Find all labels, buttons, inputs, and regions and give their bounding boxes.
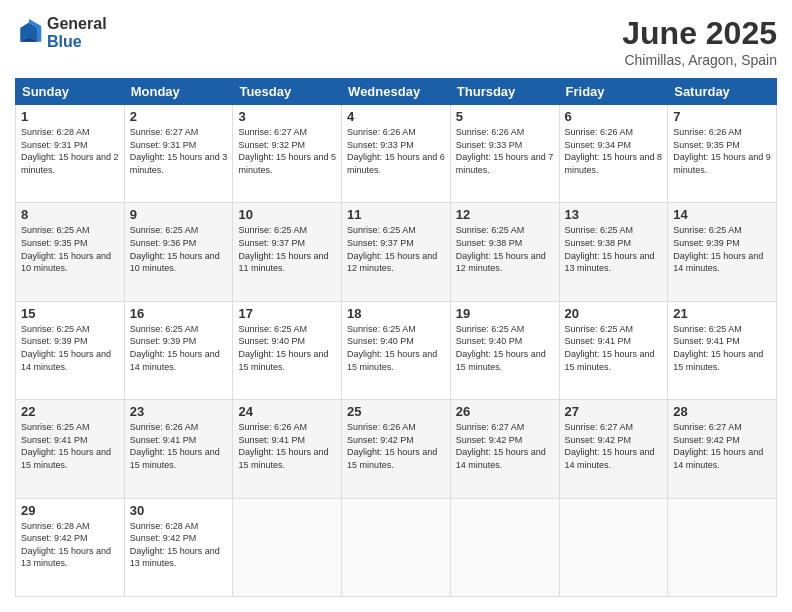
table-row: 2 Sunrise: 6:27 AM Sunset: 9:31 PM Dayli… bbox=[124, 105, 233, 203]
cell-info: Sunrise: 6:25 AM Sunset: 9:39 PM Dayligh… bbox=[673, 224, 771, 274]
cell-info: Sunrise: 6:27 AM Sunset: 9:32 PM Dayligh… bbox=[238, 126, 336, 176]
table-row: 29 Sunrise: 6:28 AM Sunset: 9:42 PM Dayl… bbox=[16, 498, 125, 596]
cell-info: Sunrise: 6:26 AM Sunset: 9:34 PM Dayligh… bbox=[565, 126, 663, 176]
cell-info: Sunrise: 6:25 AM Sunset: 9:37 PM Dayligh… bbox=[347, 224, 445, 274]
table-row: 15 Sunrise: 6:25 AM Sunset: 9:39 PM Dayl… bbox=[16, 301, 125, 399]
cell-info: Sunrise: 6:26 AM Sunset: 9:33 PM Dayligh… bbox=[347, 126, 445, 176]
table-row: 10 Sunrise: 6:25 AM Sunset: 9:37 PM Dayl… bbox=[233, 203, 342, 301]
cell-info: Sunrise: 6:27 AM Sunset: 9:42 PM Dayligh… bbox=[673, 421, 771, 471]
table-row: 1 Sunrise: 6:28 AM Sunset: 9:31 PM Dayli… bbox=[16, 105, 125, 203]
table-row bbox=[342, 498, 451, 596]
table-row bbox=[559, 498, 668, 596]
day-number: 24 bbox=[238, 404, 336, 419]
cell-info: Sunrise: 6:27 AM Sunset: 9:42 PM Dayligh… bbox=[456, 421, 554, 471]
cell-info: Sunrise: 6:26 AM Sunset: 9:41 PM Dayligh… bbox=[238, 421, 336, 471]
day-number: 3 bbox=[238, 109, 336, 124]
table-row: 20 Sunrise: 6:25 AM Sunset: 9:41 PM Dayl… bbox=[559, 301, 668, 399]
cell-info: Sunrise: 6:27 AM Sunset: 9:31 PM Dayligh… bbox=[130, 126, 228, 176]
logo-blue: Blue bbox=[47, 33, 107, 51]
day-number: 2 bbox=[130, 109, 228, 124]
table-row: 24 Sunrise: 6:26 AM Sunset: 9:41 PM Dayl… bbox=[233, 400, 342, 498]
day-number: 26 bbox=[456, 404, 554, 419]
cell-info: Sunrise: 6:27 AM Sunset: 9:42 PM Dayligh… bbox=[565, 421, 663, 471]
table-row: 11 Sunrise: 6:25 AM Sunset: 9:37 PM Dayl… bbox=[342, 203, 451, 301]
page: General Blue June 2025 Chimillas, Aragon… bbox=[0, 0, 792, 612]
col-wednesday: Wednesday bbox=[342, 79, 451, 105]
day-number: 25 bbox=[347, 404, 445, 419]
col-tuesday: Tuesday bbox=[233, 79, 342, 105]
day-number: 7 bbox=[673, 109, 771, 124]
table-row bbox=[450, 498, 559, 596]
cell-info: Sunrise: 6:25 AM Sunset: 9:41 PM Dayligh… bbox=[21, 421, 119, 471]
day-number: 13 bbox=[565, 207, 663, 222]
col-friday: Friday bbox=[559, 79, 668, 105]
table-row: 25 Sunrise: 6:26 AM Sunset: 9:42 PM Dayl… bbox=[342, 400, 451, 498]
table-row: 17 Sunrise: 6:25 AM Sunset: 9:40 PM Dayl… bbox=[233, 301, 342, 399]
cell-info: Sunrise: 6:26 AM Sunset: 9:35 PM Dayligh… bbox=[673, 126, 771, 176]
table-row: 30 Sunrise: 6:28 AM Sunset: 9:42 PM Dayl… bbox=[124, 498, 233, 596]
day-number: 10 bbox=[238, 207, 336, 222]
table-row: 12 Sunrise: 6:25 AM Sunset: 9:38 PM Dayl… bbox=[450, 203, 559, 301]
calendar-week-row: 29 Sunrise: 6:28 AM Sunset: 9:42 PM Dayl… bbox=[16, 498, 777, 596]
day-number: 4 bbox=[347, 109, 445, 124]
day-number: 12 bbox=[456, 207, 554, 222]
table-row: 23 Sunrise: 6:26 AM Sunset: 9:41 PM Dayl… bbox=[124, 400, 233, 498]
cell-info: Sunrise: 6:25 AM Sunset: 9:38 PM Dayligh… bbox=[456, 224, 554, 274]
day-number: 18 bbox=[347, 306, 445, 321]
day-number: 29 bbox=[21, 503, 119, 518]
logo-text: General Blue bbox=[47, 15, 107, 50]
day-number: 30 bbox=[130, 503, 228, 518]
day-number: 8 bbox=[21, 207, 119, 222]
table-row: 26 Sunrise: 6:27 AM Sunset: 9:42 PM Dayl… bbox=[450, 400, 559, 498]
table-row: 4 Sunrise: 6:26 AM Sunset: 9:33 PM Dayli… bbox=[342, 105, 451, 203]
location: Chimillas, Aragon, Spain bbox=[622, 52, 777, 68]
day-number: 28 bbox=[673, 404, 771, 419]
day-number: 15 bbox=[21, 306, 119, 321]
header: General Blue June 2025 Chimillas, Aragon… bbox=[15, 15, 777, 68]
day-number: 20 bbox=[565, 306, 663, 321]
table-row: 22 Sunrise: 6:25 AM Sunset: 9:41 PM Dayl… bbox=[16, 400, 125, 498]
cell-info: Sunrise: 6:25 AM Sunset: 9:40 PM Dayligh… bbox=[456, 323, 554, 373]
day-number: 5 bbox=[456, 109, 554, 124]
table-row: 5 Sunrise: 6:26 AM Sunset: 9:33 PM Dayli… bbox=[450, 105, 559, 203]
day-number: 1 bbox=[21, 109, 119, 124]
table-row: 16 Sunrise: 6:25 AM Sunset: 9:39 PM Dayl… bbox=[124, 301, 233, 399]
cell-info: Sunrise: 6:25 AM Sunset: 9:41 PM Dayligh… bbox=[673, 323, 771, 373]
day-number: 19 bbox=[456, 306, 554, 321]
table-row: 9 Sunrise: 6:25 AM Sunset: 9:36 PM Dayli… bbox=[124, 203, 233, 301]
cell-info: Sunrise: 6:25 AM Sunset: 9:39 PM Dayligh… bbox=[21, 323, 119, 373]
cell-info: Sunrise: 6:26 AM Sunset: 9:41 PM Dayligh… bbox=[130, 421, 228, 471]
col-saturday: Saturday bbox=[668, 79, 777, 105]
cell-info: Sunrise: 6:25 AM Sunset: 9:40 PM Dayligh… bbox=[347, 323, 445, 373]
title-section: June 2025 Chimillas, Aragon, Spain bbox=[622, 15, 777, 68]
logo-icon bbox=[15, 19, 43, 47]
table-row: 8 Sunrise: 6:25 AM Sunset: 9:35 PM Dayli… bbox=[16, 203, 125, 301]
table-row bbox=[233, 498, 342, 596]
col-thursday: Thursday bbox=[450, 79, 559, 105]
col-monday: Monday bbox=[124, 79, 233, 105]
cell-info: Sunrise: 6:26 AM Sunset: 9:33 PM Dayligh… bbox=[456, 126, 554, 176]
calendar-table: Sunday Monday Tuesday Wednesday Thursday… bbox=[15, 78, 777, 597]
table-row bbox=[668, 498, 777, 596]
table-row: 7 Sunrise: 6:26 AM Sunset: 9:35 PM Dayli… bbox=[668, 105, 777, 203]
day-number: 9 bbox=[130, 207, 228, 222]
table-row: 13 Sunrise: 6:25 AM Sunset: 9:38 PM Dayl… bbox=[559, 203, 668, 301]
table-row: 21 Sunrise: 6:25 AM Sunset: 9:41 PM Dayl… bbox=[668, 301, 777, 399]
day-number: 27 bbox=[565, 404, 663, 419]
table-row: 27 Sunrise: 6:27 AM Sunset: 9:42 PM Dayl… bbox=[559, 400, 668, 498]
col-sunday: Sunday bbox=[16, 79, 125, 105]
cell-info: Sunrise: 6:25 AM Sunset: 9:39 PM Dayligh… bbox=[130, 323, 228, 373]
table-row: 14 Sunrise: 6:25 AM Sunset: 9:39 PM Dayl… bbox=[668, 203, 777, 301]
calendar-header-row: Sunday Monday Tuesday Wednesday Thursday… bbox=[16, 79, 777, 105]
day-number: 11 bbox=[347, 207, 445, 222]
day-number: 16 bbox=[130, 306, 228, 321]
day-number: 17 bbox=[238, 306, 336, 321]
cell-info: Sunrise: 6:26 AM Sunset: 9:42 PM Dayligh… bbox=[347, 421, 445, 471]
day-number: 6 bbox=[565, 109, 663, 124]
cell-info: Sunrise: 6:28 AM Sunset: 9:42 PM Dayligh… bbox=[130, 520, 228, 570]
calendar-week-row: 8 Sunrise: 6:25 AM Sunset: 9:35 PM Dayli… bbox=[16, 203, 777, 301]
month-title: June 2025 bbox=[622, 15, 777, 52]
cell-info: Sunrise: 6:25 AM Sunset: 9:41 PM Dayligh… bbox=[565, 323, 663, 373]
cell-info: Sunrise: 6:28 AM Sunset: 9:31 PM Dayligh… bbox=[21, 126, 119, 176]
cell-info: Sunrise: 6:25 AM Sunset: 9:40 PM Dayligh… bbox=[238, 323, 336, 373]
